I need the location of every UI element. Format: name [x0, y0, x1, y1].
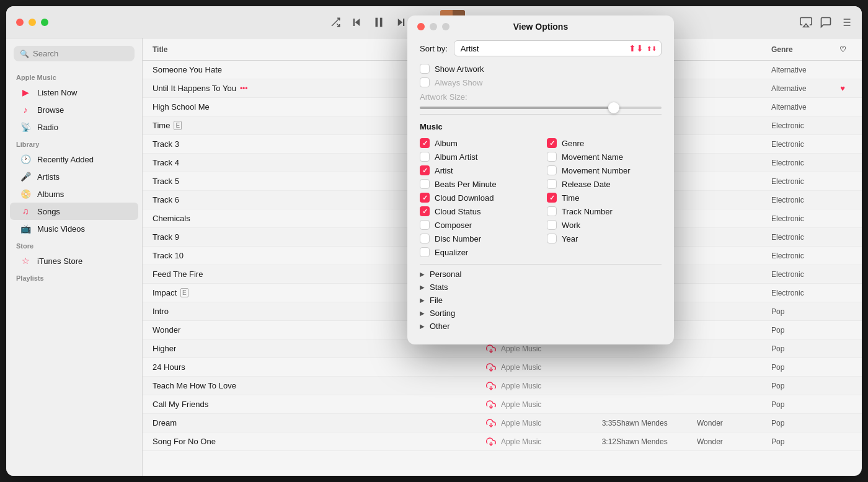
cb-cloud-download[interactable]: Cloud Download — [420, 191, 534, 204]
other-label: Other — [430, 322, 450, 331]
col-header-genre[interactable]: Genre — [771, 45, 833, 54]
cb-movement-name[interactable]: Movement Name — [547, 150, 662, 164]
bpm-checkbox[interactable] — [420, 179, 430, 189]
collapsible-file[interactable]: ▶ File — [420, 296, 662, 305]
sort-select-wrapper[interactable]: Artist ⬆⬇ — [454, 40, 662, 56]
collapsible-other[interactable]: ▶ Other — [420, 322, 662, 331]
shuffle-button[interactable] — [330, 17, 341, 28]
genre-cell: Pop — [771, 307, 833, 316]
song-row[interactable]: 24 Hours Apple Music Pop — [143, 358, 862, 377]
collapsible-personal[interactable]: ▶ Personal — [420, 269, 662, 279]
heart-cell[interactable]: ♥ — [833, 84, 852, 93]
sidebar-item-songs[interactable]: ♫ Songs — [10, 203, 138, 220]
song-title-text: 24 Hours — [153, 362, 185, 372]
always-show-checkbox[interactable] — [420, 77, 430, 87]
cb-album-artist[interactable]: Album Artist — [420, 150, 534, 164]
search-bar[interactable]: 🔍 — [14, 46, 135, 61]
cb-movement-number[interactable]: Movement Number — [547, 164, 662, 177]
next-button[interactable] — [396, 17, 407, 28]
cb-disc-number[interactable]: Disc Number — [420, 232, 534, 245]
cb-cloud-status[interactable]: Cloud Status — [420, 204, 534, 218]
sidebar-section-playlists: Playlists — [6, 269, 142, 284]
slider-thumb[interactable] — [608, 102, 619, 113]
view-options-modal[interactable]: View Options Sort by: Artist ⬆⬇ S — [407, 15, 674, 344]
song-row[interactable]: Teach Me How To Love Apple Music Pop — [143, 377, 862, 395]
cb-artist[interactable]: Artist — [420, 164, 534, 177]
maximize-button[interactable] — [41, 19, 48, 26]
always-show-row[interactable]: Always Show — [420, 77, 662, 87]
artist-checkbox[interactable] — [420, 165, 430, 175]
modal-minimize-button[interactable] — [430, 23, 437, 30]
cb-time[interactable]: Time — [547, 191, 662, 204]
collapsible-stats[interactable]: ▶ Stats — [420, 283, 662, 292]
sidebar-label-artists: Artists — [37, 172, 60, 182]
divider-1 — [420, 114, 662, 115]
cb-year[interactable]: Year — [547, 232, 662, 245]
song-row[interactable]: Song For No One Apple Music 3:12 Shawn M… — [143, 432, 862, 451]
song-row[interactable]: Call My Friends Apple Music Pop — [143, 395, 862, 414]
show-artwork-checkbox[interactable] — [420, 64, 430, 74]
sort-by-label: Sort by: — [420, 44, 448, 53]
track-number-checkbox[interactable] — [547, 206, 557, 216]
work-checkbox[interactable] — [547, 220, 557, 230]
minimize-button[interactable] — [29, 19, 36, 26]
sidebar-item-artists[interactable]: 🎤 Artists — [10, 168, 138, 185]
album-artist-label: Album Artist — [435, 152, 477, 162]
sidebar-item-listen-now[interactable]: ▶ Listen Now — [10, 84, 138, 101]
sidebar-item-radio[interactable]: 📡 Radio — [10, 118, 138, 136]
svg-marker-8 — [804, 24, 808, 27]
artwork-size-slider[interactable] — [420, 107, 662, 109]
song-title-text: Wonder — [153, 325, 180, 335]
release-date-checkbox[interactable] — [547, 179, 557, 189]
time-checkbox[interactable] — [547, 193, 557, 203]
album-artist-checkbox[interactable] — [420, 152, 430, 162]
song-row[interactable]: Dream Apple Music 3:35 Shawn Mendes Wond… — [143, 414, 862, 432]
equalizer-checkbox[interactable] — [420, 247, 430, 257]
file-label: File — [430, 296, 443, 305]
cloud-download-checkbox[interactable] — [420, 193, 430, 203]
sidebar-item-recently-added[interactable]: 🕐 Recently Added — [10, 151, 138, 168]
sidebar-label-itunes-store: iTunes Store — [37, 256, 82, 266]
queue-icon[interactable] — [839, 16, 852, 28]
play-pause-button[interactable] — [372, 15, 386, 29]
cloud-status-checkbox[interactable] — [420, 206, 430, 216]
song-title-text: Feed The Fire — [153, 269, 203, 279]
lyrics-icon[interactable] — [820, 16, 832, 28]
select-arrow-icon: ⬆⬇ — [629, 43, 644, 53]
search-input[interactable] — [33, 49, 128, 58]
genre-checkbox[interactable] — [547, 138, 557, 148]
cb-track-number[interactable]: Track Number — [547, 204, 662, 218]
modal-close-button[interactable] — [417, 23, 425, 30]
song-title-cell: Higher — [153, 344, 486, 353]
year-checkbox[interactable] — [547, 234, 557, 243]
sidebar-item-browse[interactable]: ♪ Browse — [10, 101, 138, 118]
sidebar-item-albums[interactable]: 📀 Albums — [10, 185, 138, 203]
sort-select-display[interactable]: Artist ⬆⬇ — [454, 40, 662, 56]
cb-equalizer[interactable]: Equalizer — [420, 245, 534, 259]
modal-maximize-button[interactable] — [442, 23, 450, 30]
cb-album[interactable]: Album — [420, 136, 534, 150]
composer-checkbox[interactable] — [420, 220, 430, 230]
modal-window-controls — [417, 23, 450, 30]
sidebar-item-music-videos[interactable]: 📺 Music Videos — [10, 220, 138, 237]
sidebar-item-itunes-store[interactable]: ☆ iTunes Store — [10, 252, 138, 269]
movement-number-checkbox[interactable] — [547, 165, 557, 175]
cb-work[interactable]: Work — [547, 218, 662, 232]
airplay-icon[interactable] — [800, 16, 812, 28]
prev-button[interactable] — [351, 17, 362, 28]
show-artwork-row[interactable]: Show Artwork — [420, 64, 662, 74]
song-title-text: Song For No One — [153, 437, 216, 446]
sidebar-label-recently-added: Recently Added — [37, 155, 94, 164]
cb-bpm[interactable]: Beats Per Minute — [420, 177, 534, 191]
collapsible-sorting[interactable]: ▶ Sorting — [420, 309, 662, 318]
cb-release-date[interactable]: Release Date — [547, 177, 662, 191]
cb-composer[interactable]: Composer — [420, 218, 534, 232]
cloud-cell: Apple Music — [486, 381, 585, 391]
cb-genre[interactable]: Genre — [547, 136, 662, 150]
sidebar-section-store: Store — [6, 237, 142, 252]
close-button[interactable] — [16, 19, 24, 26]
album-checkbox[interactable] — [420, 138, 430, 148]
disc-number-checkbox[interactable] — [420, 234, 430, 243]
movement-name-checkbox[interactable] — [547, 152, 557, 162]
genre-cell: Alternative — [771, 103, 833, 112]
